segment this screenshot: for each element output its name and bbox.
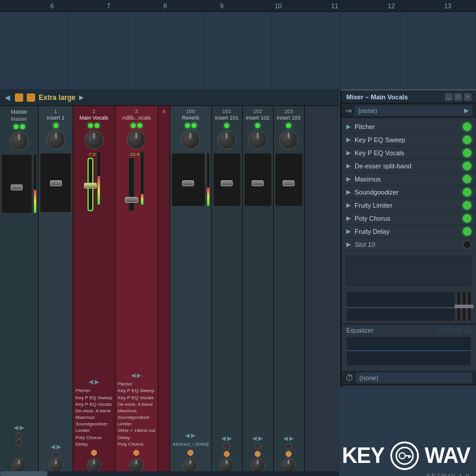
effect-key-eq-vocals[interactable]: ▶ Key P EQ Vocals xyxy=(342,146,476,159)
channel-adlib-vocals[interactable]: 3 Adlib...ocals -22.9 ◀ ▶ xyxy=(115,106,158,476)
bottom-send-selector[interactable]: ⏱ (none) xyxy=(342,371,476,385)
insert102-send-btn[interactable] xyxy=(254,443,261,450)
insert1-fader-handle[interactable] xyxy=(50,180,62,186)
reverb-knob-bottom[interactable] xyxy=(183,458,198,472)
effect-de-esser-toggle[interactable] xyxy=(463,162,471,170)
channel-main-vocals[interactable]: 2 Main Vocals -7.0 ◀ ▶ xyxy=(73,106,115,476)
effect-poly-chorus-toggle[interactable] xyxy=(463,214,471,223)
main-vocals-knob[interactable] xyxy=(84,130,104,149)
master-send-btn2[interactable] xyxy=(15,439,23,446)
send-fader3-track[interactable] xyxy=(468,292,471,321)
mark-9: 9 xyxy=(193,2,250,10)
channel-insert101[interactable]: 101 Insert 101 ◀ ▶ xyxy=(212,106,243,476)
main-vocals-vu xyxy=(97,152,101,205)
effect-arrow-icon5: ▶ xyxy=(346,176,351,182)
maximize-button[interactable]: □ xyxy=(455,93,462,101)
insert102-knob-small[interactable] xyxy=(250,458,265,472)
channel-master[interactable]: Master Master ◀ ▶ xyxy=(0,106,39,476)
eq-line xyxy=(347,350,471,351)
channel-insert102[interactable]: 102 Insert 102 ◀ ▶ xyxy=(243,106,274,476)
route-right-icon: ▶ xyxy=(20,424,24,431)
insert101-fader-handle[interactable] xyxy=(221,180,233,186)
back-arrow-icon[interactable]: ◀ xyxy=(4,93,11,102)
reverb-fader-handle[interactable] xyxy=(182,180,194,186)
effect-fruity-limiter[interactable]: ▶ Fruity Limiter xyxy=(342,199,476,212)
toolbar-expand-icon[interactable]: ▶ xyxy=(79,94,84,101)
insert102-knob[interactable] xyxy=(248,130,267,149)
master-name: Master xyxy=(1,109,37,115)
send-selector[interactable]: ⇒ (none) ▶ xyxy=(342,104,476,118)
effect-key-eq-vocals-toggle[interactable] xyxy=(463,149,471,157)
effect-slot10[interactable]: ▶ Slot 10 xyxy=(342,238,476,251)
main-vocals-knob-bottom[interactable] xyxy=(87,458,101,472)
eq-label-text: Equalizer xyxy=(346,327,374,334)
adlib-plugin-20hz: 20Hz + 18kHz cut xyxy=(118,427,155,434)
effect-poly-chorus[interactable]: ▶ Poly Chorus xyxy=(342,212,476,225)
effect-soundgoodizer-toggle[interactable] xyxy=(463,188,471,196)
send-channel-box[interactable]: (none) ▶ xyxy=(355,105,472,116)
channel-reverb[interactable]: 100 Reverb ◀ ▶ Abstract_r [64bit] xyxy=(170,106,211,476)
channel-insert103[interactable]: 103 Insert 103 ◀ ▶ xyxy=(274,106,305,476)
horizontal-scrollbar[interactable] xyxy=(0,471,339,476)
insert103-fader-handle[interactable] xyxy=(283,180,295,186)
adlib-led1 xyxy=(131,123,136,128)
toolbar-color-btn[interactable] xyxy=(15,93,23,102)
plugin-soundgood: Soundgoodizer xyxy=(76,421,112,427)
master-knob-small[interactable] xyxy=(12,458,26,472)
main-vocals-fader-handle[interactable] xyxy=(84,183,97,189)
effect-slot10-toggle[interactable] xyxy=(463,240,471,249)
channel-insert4[interactable]: 4 xyxy=(158,106,170,476)
send-channel-dropdown-icon[interactable]: ▶ xyxy=(464,107,469,114)
eq-btn4[interactable] xyxy=(464,327,471,334)
effect-maximus-toggle[interactable] xyxy=(463,175,471,183)
insert103-fader-track[interactable] xyxy=(275,153,303,206)
insert1-fader-track[interactable] xyxy=(40,153,71,212)
adlib-knob-bottom[interactable] xyxy=(129,458,143,472)
insert102-fader-handle[interactable] xyxy=(252,180,264,186)
effect-fruity-limiter-toggle[interactable] xyxy=(463,201,471,209)
insert101-knob-small[interactable] xyxy=(220,458,234,472)
insert103-send-btn[interactable] xyxy=(285,443,292,450)
eq-btn1[interactable] xyxy=(437,327,444,334)
insert1-knob[interactable] xyxy=(46,130,65,149)
toolbar-color-btn2[interactable] xyxy=(27,93,35,102)
insert102-fader-container xyxy=(244,151,272,434)
effect-maximus[interactable]: ▶ Maximus xyxy=(342,173,476,186)
master-fader-handle[interactable] xyxy=(11,184,23,190)
insert101-fader-track[interactable] xyxy=(213,153,241,206)
effect-fruity-delay-toggle[interactable] xyxy=(463,227,471,236)
reverb-knob[interactable] xyxy=(181,130,200,149)
insert101-knob[interactable] xyxy=(217,130,236,149)
insert103-knob-small[interactable] xyxy=(281,458,296,472)
bottom-send-channel-box[interactable]: (none) xyxy=(356,372,472,383)
adlib-fader-track[interactable] xyxy=(129,158,134,211)
send-fader3-handle[interactable] xyxy=(465,305,474,308)
effect-key-eq-sweep-toggle[interactable] xyxy=(463,136,471,144)
effect-key-eq-sweep[interactable]: ▶ Key P EQ Sweep xyxy=(342,133,476,146)
effect-fruity-delay[interactable]: ▶ Fruity Delay xyxy=(342,225,476,238)
effect-de-esser[interactable]: ▶ De-esser split-band xyxy=(342,159,476,173)
master-send-btn[interactable] xyxy=(15,432,23,439)
main-vocals-fader-track[interactable] xyxy=(87,158,93,211)
adlib-knob[interactable] xyxy=(127,130,146,149)
eq-btn2[interactable] xyxy=(446,327,453,334)
minimize-button[interactable]: _ xyxy=(445,93,452,101)
effect-soundgoodizer[interactable]: ▶ Soundgoodizer xyxy=(342,186,476,199)
adlib-plugin-de-esser: De-esse..it-band xyxy=(118,401,155,408)
scrollbar-thumb[interactable] xyxy=(0,471,48,476)
effect-fruity-delay-name: Fruity Delay xyxy=(355,228,463,235)
insert1-knob-small[interactable] xyxy=(49,458,63,472)
reverb-fader-track[interactable] xyxy=(171,153,205,206)
adlib-fader-handle[interactable] xyxy=(125,197,138,203)
close-button[interactable]: × xyxy=(464,93,471,101)
effect-pitcher[interactable]: ▶ Pitcher xyxy=(342,120,476,133)
channel-insert1[interactable]: 1 Insert 1 ◀ ▶ xyxy=(39,106,73,476)
insert101-send-btn[interactable] xyxy=(223,443,230,450)
effect-pitcher-toggle[interactable] xyxy=(463,123,471,131)
insert102-fader-track[interactable] xyxy=(244,153,272,206)
master-knob[interactable] xyxy=(10,131,29,151)
insert103-knob[interactable] xyxy=(279,130,298,149)
master-fader-track[interactable] xyxy=(1,154,32,214)
insert1-send-btn[interactable] xyxy=(52,451,60,458)
eq-btn3[interactable] xyxy=(455,327,462,334)
